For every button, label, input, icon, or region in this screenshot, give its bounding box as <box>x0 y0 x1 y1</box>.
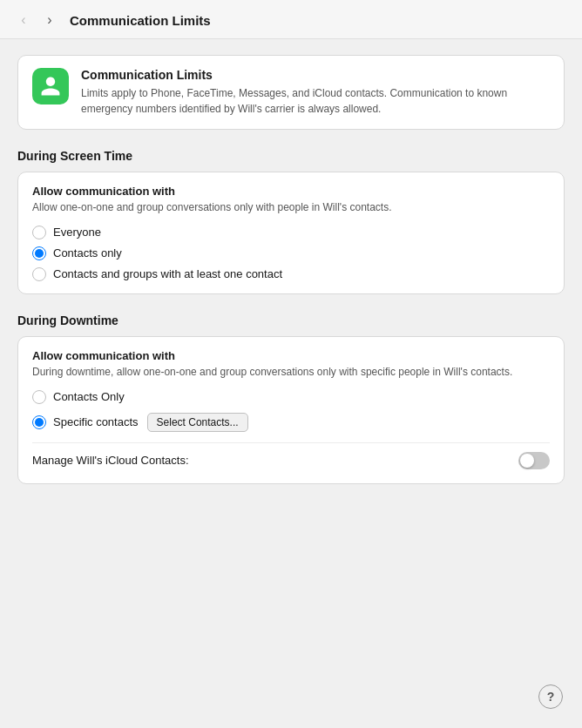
content-area: Communication Limits Limits apply to Pho… <box>0 39 582 726</box>
info-card: Communication Limits Limits apply to Pho… <box>17 55 565 130</box>
info-description: Limits apply to Phone, FaceTime, Message… <box>81 85 550 117</box>
radio-contacts-groups <box>32 267 46 281</box>
screen-time-card-title: Allow communication with <box>32 185 550 198</box>
downtime-card-subtitle: During downtime, allow one-on-one and gr… <box>32 365 550 380</box>
screen-time-option-contacts-groups[interactable]: Contacts and groups with at least one co… <box>32 267 550 281</box>
downtime-section-title: During Downtime <box>17 313 565 327</box>
radio-downtime-contacts-only-label: Contacts Only <box>53 390 125 403</box>
help-button[interactable]: ? <box>538 684 563 709</box>
radio-everyone-label: Everyone <box>53 226 101 239</box>
downtime-radio-group: Contacts Only Specific contacts Select C… <box>32 390 550 434</box>
manage-icloud-toggle[interactable] <box>518 452 550 469</box>
screen-time-radio-group: Everyone Contacts only Contacts and grou… <box>32 226 550 281</box>
screen-time-card: Allow communication with Allow one-on-on… <box>17 172 565 294</box>
radio-everyone <box>32 226 46 239</box>
manage-icloud-row: Manage Will's iCloud Contacts: <box>32 442 550 471</box>
screen-time-option-everyone[interactable]: Everyone <box>32 226 550 239</box>
screen-time-card-subtitle: Allow one-on-one and group conversations… <box>32 200 550 215</box>
forward-button[interactable]: › <box>40 10 59 30</box>
radio-contacts-only <box>32 246 46 260</box>
contacts-icon <box>39 75 62 98</box>
downtime-card: Allow communication with During downtime… <box>17 336 565 484</box>
downtime-option-contacts-only[interactable]: Contacts Only <box>32 390 550 404</box>
select-contacts-button[interactable]: Select Contacts... <box>147 413 248 432</box>
downtime-card-title: Allow communication with <box>32 349 550 362</box>
screen-time-option-contacts-only[interactable]: Contacts only <box>32 246 550 260</box>
manage-icloud-label: Manage Will's iCloud Contacts: <box>32 454 189 467</box>
page-title: Communication Limits <box>70 13 211 28</box>
downtime-specific-contacts-row: Specific contacts Select Contacts... <box>32 411 550 434</box>
info-title: Communication Limits <box>81 68 550 82</box>
info-text: Communication Limits Limits apply to Pho… <box>81 68 550 117</box>
screen-time-section-title: During Screen Time <box>17 149 565 163</box>
radio-specific-contacts-label: Specific contacts <box>53 415 139 428</box>
radio-downtime-contacts-only <box>32 390 46 404</box>
radio-contacts-only-label: Contacts only <box>53 246 122 260</box>
radio-specific-contacts <box>32 415 46 429</box>
radio-contacts-groups-label: Contacts and groups with at least one co… <box>53 267 282 280</box>
title-bar: ‹ › Communication Limits <box>0 0 582 39</box>
back-button[interactable]: ‹ <box>14 10 33 30</box>
app-icon <box>32 68 69 104</box>
downtime-option-specific[interactable]: Specific contacts <box>32 415 139 429</box>
